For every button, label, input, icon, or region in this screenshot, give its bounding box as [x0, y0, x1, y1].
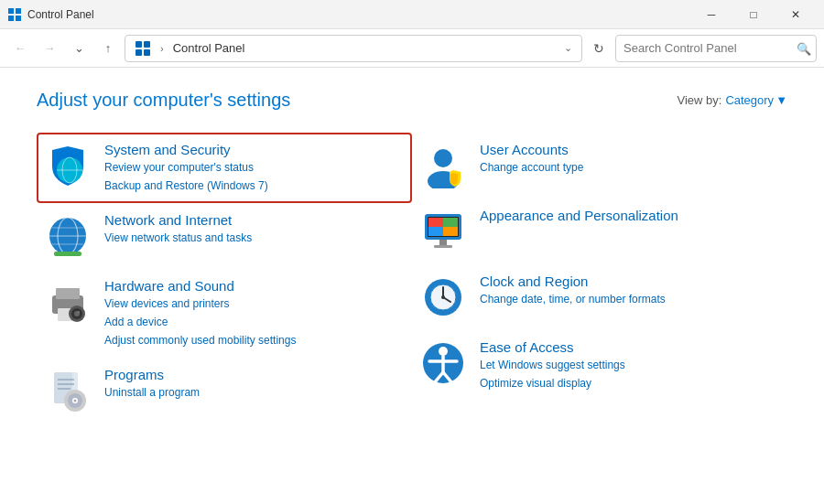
clock-region-text: Clock and Region Change date, time, or n…	[480, 273, 666, 307]
title-bar: Control Panel ─ □ ✕	[0, 0, 824, 29]
svg-point-33	[434, 149, 452, 167]
close-button[interactable]: ✕	[775, 0, 817, 29]
control-panel-title-icon	[7, 7, 22, 22]
clock-region-name[interactable]: Clock and Region	[480, 273, 666, 289]
appearance-text: Appearance and Personalization	[480, 208, 678, 223]
categories-grid: System and Security Review your computer…	[37, 133, 787, 424]
user-accounts-name[interactable]: User Accounts	[480, 142, 583, 157]
network-internet-icon	[44, 212, 92, 260]
main-content: Adjust your computer's settings View by:…	[0, 68, 824, 504]
category-system-security[interactable]: System and Security Review your computer…	[37, 133, 412, 203]
ease-of-access-text: Ease of Access Let Windows suggest setti…	[480, 339, 625, 391]
svg-rect-4	[136, 41, 142, 48]
system-security-text: System and Security Review your computer…	[104, 142, 268, 194]
address-field[interactable]: › Control Panel ⌄	[125, 35, 582, 62]
svg-rect-37	[428, 218, 443, 227]
appearance-icon	[419, 208, 467, 255]
minimize-button[interactable]: ─	[690, 0, 732, 29]
ease-of-access-link-2[interactable]: Optimize visual display	[480, 375, 625, 391]
refresh-button[interactable]: ↻	[586, 36, 612, 61]
programs-name[interactable]: Programs	[104, 367, 200, 382]
svg-rect-39	[428, 227, 443, 236]
programs-icon	[44, 367, 92, 414]
hardware-sound-link-1[interactable]: View devices and printers	[104, 295, 296, 312]
svg-rect-2	[8, 16, 14, 21]
search-input[interactable]	[615, 35, 817, 62]
hardware-sound-icon	[44, 278, 92, 326]
svg-rect-42	[434, 245, 452, 248]
user-accounts-text: User Accounts Change account type	[480, 142, 583, 176]
maximize-button[interactable]: □	[732, 0, 775, 29]
ease-of-access-icon	[419, 339, 467, 387]
programs-link-1[interactable]: Uninstall a program	[104, 384, 200, 401]
category-appearance[interactable]: Appearance and Personalization	[412, 198, 787, 264]
page-title: Adjust your computer's settings	[37, 90, 290, 111]
svg-rect-18	[56, 288, 80, 299]
ease-of-access-name[interactable]: Ease of Access	[480, 339, 625, 355]
network-internet-name[interactable]: Network and Internet	[104, 212, 252, 228]
svg-rect-16	[54, 252, 81, 256]
ease-of-access-link-1[interactable]: Let Windows suggest settings	[480, 357, 625, 373]
category-clock-region[interactable]: Clock and Region Change date, time, or n…	[412, 264, 787, 330]
right-column: User Accounts Change account type	[412, 133, 787, 424]
system-security-link-2[interactable]: Backup and Restore (Windows 7)	[104, 177, 268, 194]
svg-rect-5	[144, 41, 150, 48]
address-bar: ← → ⌄ ↑ › Control Panel ⌄ ↻ 🔍	[0, 29, 824, 68]
category-hardware-sound[interactable]: Hardware and Sound View devices and prin…	[37, 269, 412, 358]
svg-point-23	[78, 311, 80, 313]
window-title: Control Panel	[27, 8, 94, 21]
system-security-icon	[44, 142, 92, 189]
view-by-value-text: Category	[725, 93, 774, 107]
up-button[interactable]: ↑	[95, 36, 121, 61]
system-security-name[interactable]: System and Security	[104, 142, 268, 157]
view-by: View by: Category ▼	[677, 93, 787, 107]
clock-region-link-1[interactable]: Change date, time, or number formats	[480, 291, 666, 307]
clock-region-icon	[419, 273, 467, 321]
back-button[interactable]: ←	[7, 36, 33, 61]
left-column: System and Security Review your computer…	[37, 133, 412, 424]
category-user-accounts[interactable]: User Accounts Change account type	[412, 133, 787, 198]
svg-point-47	[441, 295, 445, 299]
search-wrapper: 🔍	[615, 35, 817, 62]
svg-rect-7	[144, 49, 150, 56]
svg-rect-1	[16, 8, 21, 14]
view-by-dropdown[interactable]: Category ▼	[725, 93, 787, 107]
category-network-internet[interactable]: Network and Internet View network status…	[37, 203, 412, 269]
view-by-arrow-icon: ▼	[775, 93, 787, 107]
hardware-sound-link-2[interactable]: Add a device	[104, 314, 296, 330]
svg-rect-3	[16, 16, 21, 21]
recent-locations-button[interactable]: ⌄	[66, 36, 92, 61]
category-ease-of-access[interactable]: Ease of Access Let Windows suggest setti…	[412, 330, 787, 401]
hardware-sound-text: Hardware and Sound View devices and prin…	[104, 278, 296, 349]
svg-rect-41	[439, 240, 447, 245]
forward-button[interactable]: →	[37, 36, 62, 61]
search-button[interactable]: 🔍	[797, 41, 811, 55]
svg-rect-40	[443, 227, 458, 236]
svg-rect-38	[443, 218, 458, 227]
system-security-link-1[interactable]: Review your computer's status	[104, 159, 268, 176]
user-accounts-icon	[419, 142, 467, 189]
view-by-label: View by:	[677, 93, 721, 107]
hardware-sound-name[interactable]: Hardware and Sound	[104, 278, 296, 294]
address-text: Control Panel	[173, 41, 245, 55]
category-programs[interactable]: Programs Uninstall a program	[37, 358, 412, 424]
network-internet-text: Network and Internet View network status…	[104, 212, 252, 246]
title-controls: ─ □ ✕	[690, 0, 817, 29]
user-accounts-link-1[interactable]: Change account type	[480, 159, 583, 176]
svg-point-32	[74, 400, 77, 402]
appearance-name[interactable]: Appearance and Personalization	[480, 208, 678, 223]
svg-rect-6	[136, 49, 142, 56]
address-separator: ›	[160, 43, 164, 54]
programs-text: Programs Uninstall a program	[104, 367, 200, 401]
svg-rect-0	[8, 8, 14, 14]
address-dropdown-arrow[interactable]: ⌄	[564, 42, 572, 54]
network-internet-link-1[interactable]: View network status and tasks	[104, 230, 252, 246]
title-bar-left: Control Panel	[7, 7, 94, 22]
hardware-sound-link-3[interactable]: Adjust commonly used mobility settings	[104, 332, 296, 349]
address-cp-icon	[135, 40, 151, 57]
main-header: Adjust your computer's settings View by:…	[37, 90, 787, 111]
